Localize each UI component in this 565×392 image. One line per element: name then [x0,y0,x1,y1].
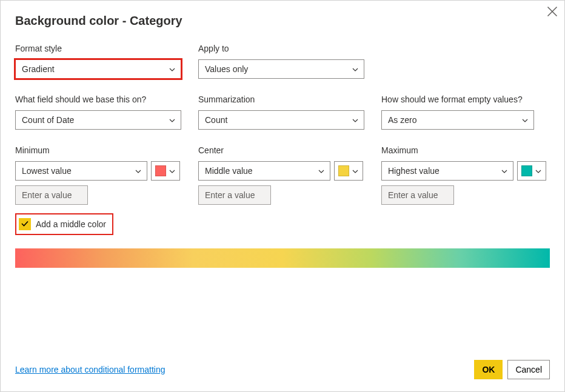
learn-more-link[interactable]: Learn more about conditional formatting [15,365,165,374]
apply-to-label: Apply to [198,44,364,53]
cancel-button[interactable]: Cancel [507,360,550,379]
checkmark-icon [21,219,29,230]
close-icon [546,9,558,19]
chevron-down-icon [352,116,359,124]
maximum-color-swatch [521,165,532,176]
format-style-label: Format style [15,44,181,53]
summarization-value: Count [205,115,227,125]
chevron-down-icon [318,167,325,174]
chevron-down-icon [135,167,142,174]
apply-to-value: Values only [205,64,248,74]
chevron-down-icon [169,65,176,73]
maximum-mode-value: Highest value [388,166,440,176]
maximum-value-input[interactable] [381,185,454,205]
summarization-label: Summarization [198,95,364,104]
format-style-select[interactable]: Gradient [15,59,181,79]
apply-to-select[interactable]: Values only [198,59,364,79]
maximum-color-picker[interactable] [517,161,546,181]
add-middle-color-row[interactable]: Add a middle color [15,213,113,235]
add-middle-color-label: Add a middle color [36,219,106,229]
center-color-picker[interactable] [334,161,363,181]
maximum-label: Maximum [381,145,547,155]
base-field-label: What field should we base this on? [15,95,181,104]
add-middle-color-checkbox[interactable] [19,218,31,230]
close-button[interactable] [546,5,558,18]
base-field-value: Count of Date [22,115,74,125]
chevron-down-icon [352,167,359,174]
chevron-down-icon [169,167,176,174]
minimum-color-swatch [155,165,166,176]
minimum-mode-value: Lowest value [22,166,72,176]
maximum-mode-select[interactable]: Highest value [381,161,513,181]
ok-button[interactable]: OK [474,360,503,379]
minimum-color-picker[interactable] [151,161,180,181]
center-color-swatch [338,165,349,176]
dialog-title: Background color - Category [15,14,550,28]
chevron-down-icon [169,116,176,124]
summarization-select[interactable]: Count [198,110,364,130]
chevron-down-icon [535,167,542,174]
empty-values-select[interactable]: As zero [381,110,534,130]
center-mode-value: Middle value [205,166,253,176]
empty-values-value: As zero [388,115,416,125]
chevron-down-icon [352,65,359,73]
base-field-select[interactable]: Count of Date [15,110,181,130]
format-style-value: Gradient [22,64,55,74]
center-value-input[interactable] [198,185,271,205]
minimum-value-input[interactable] [15,185,88,205]
minimum-mode-select[interactable]: Lowest value [15,161,147,181]
empty-values-label: How should we format empty values? [381,95,534,104]
chevron-down-icon [521,116,529,124]
chevron-down-icon [501,167,508,174]
gradient-preview [15,248,550,268]
minimum-label: Minimum [15,145,181,155]
center-mode-select[interactable]: Middle value [198,161,330,181]
center-label: Center [198,145,364,155]
